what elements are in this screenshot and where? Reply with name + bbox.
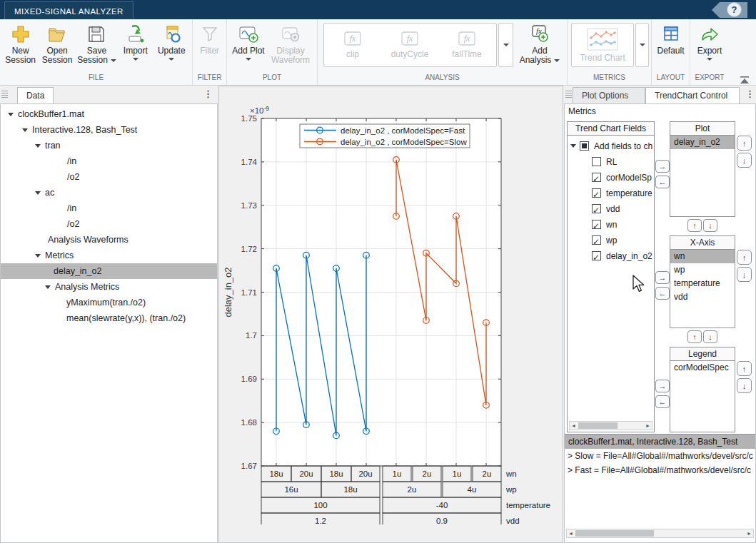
xaxis-list-item[interactable]: vdd <box>670 290 735 304</box>
plot-up-button[interactable]: ↑ <box>687 219 702 232</box>
xaxis-list-item[interactable]: wn <box>670 250 735 263</box>
scroll-right-icon[interactable]: ► <box>745 529 753 537</box>
add-plot-button[interactable]: Add Plot <box>229 23 268 61</box>
legend-move-up-button[interactable]: ↑ <box>737 361 752 376</box>
checkbox-checked[interactable] <box>592 204 601 213</box>
fields-root-row[interactable]: Add fields to ch <box>570 138 654 154</box>
plot-down-button[interactable]: ↓ <box>703 219 717 232</box>
update-icon <box>160 23 183 46</box>
add-analysis-button[interactable]: fx Add Analysis <box>519 23 560 65</box>
legend-list-item[interactable]: corModelSpec <box>670 361 735 375</box>
tree-item-ac-in[interactable]: /in <box>1 201 217 216</box>
xaxis-list-item[interactable]: wp <box>670 263 735 277</box>
field-row-wp[interactable]: wp <box>570 233 654 248</box>
tree-item-analysis-waveforms[interactable]: Analysis Waveforms <box>1 232 217 248</box>
checkbox-checked[interactable] <box>592 173 601 182</box>
default-layout-button[interactable]: Default <box>654 23 687 56</box>
toolstrip-tab-mixed-signal-analyzer[interactable]: MIXED-SIGNAL ANALYZER <box>4 1 133 20</box>
scroll-left-icon[interactable]: ◄ <box>567 529 575 537</box>
tab-plot-options[interactable]: Plot Options <box>573 87 645 103</box>
checkbox-unchecked[interactable] <box>592 157 601 166</box>
import-dropdown[interactable] <box>133 58 138 61</box>
open-session-button[interactable]: Open Session <box>39 23 75 65</box>
move-right-button[interactable]: → <box>655 271 670 284</box>
legend-move-down-button[interactable]: ↓ <box>737 378 752 393</box>
expand-caret-icon[interactable] <box>45 285 51 289</box>
checkbox-checked[interactable] <box>592 235 601 245</box>
tree-item-tran-o2[interactable]: /o2 <box>1 169 217 185</box>
tree-item-delay-in-o2[interactable]: delay_in_o2 <box>1 263 217 279</box>
checkbox-checked[interactable] <box>592 188 601 198</box>
tree-item-ac[interactable]: ac <box>1 185 217 201</box>
expand-caret-icon[interactable] <box>35 254 41 258</box>
field-row-temperature[interactable]: temperature <box>570 186 654 201</box>
update-button[interactable]: Update <box>153 23 190 61</box>
help-button[interactable]: ? <box>727 2 742 17</box>
fields-horizontal-scrollbar[interactable]: ◄ ► <box>569 421 652 430</box>
xaxis-down-button[interactable]: ↓ <box>703 330 717 343</box>
scroll-left-icon[interactable]: ◄ <box>570 422 578 430</box>
checkbox-partial[interactable] <box>580 141 589 151</box>
field-row-cormodelspec[interactable]: corModelSp <box>570 170 654 186</box>
tree-item-tran[interactable]: tran <box>1 138 217 153</box>
scrollbar-thumb[interactable] <box>578 422 618 429</box>
save-session-dropdown[interactable] <box>111 59 116 62</box>
scroll-right-icon[interactable]: ► <box>644 422 652 430</box>
trend-chart[interactable]: 1.671.681.691.71.711.721.731.741.75×10-9… <box>219 86 563 524</box>
expand-caret-icon[interactable] <box>35 191 41 195</box>
export-dropdown[interactable] <box>707 58 712 61</box>
expand-caret-icon[interactable] <box>35 144 41 148</box>
xaxis-list-item[interactable]: temperature <box>670 277 735 290</box>
tree-item-clockbuffer[interactable]: clockBuffer1.mat <box>1 106 217 122</box>
trend-chart-fields-list: Add fields to ch RL corModelSp temperatu… <box>567 136 655 432</box>
info-horizontal-scrollbar[interactable]: ◄ ► <box>566 529 754 538</box>
tab-data[interactable]: Data <box>17 87 54 103</box>
analysis-clip-button: fx clip <box>324 24 381 66</box>
panel-drag-handle[interactable] <box>1 91 8 98</box>
expand-caret-icon[interactable] <box>570 144 576 148</box>
xaxis-move-down-button[interactable]: ↓ <box>737 267 752 282</box>
data-panel-menu-icon[interactable]: ⋮ <box>203 88 212 99</box>
tree-item-ac-o2[interactable]: /o2 <box>1 216 217 232</box>
scrollbar-thumb[interactable] <box>575 530 654 537</box>
field-row-rl[interactable]: RL <box>570 154 654 170</box>
collapse-ribbon-button[interactable] <box>739 74 750 83</box>
field-row-delay-in-o2[interactable]: delay_in_o2 <box>570 248 654 264</box>
add-plot-dropdown[interactable] <box>246 58 251 61</box>
field-row-vdd[interactable]: vdd <box>570 201 654 217</box>
tree-item-metrics[interactable]: Metrics <box>1 248 217 263</box>
move-left-button[interactable]: ← <box>655 287 670 300</box>
xaxis-move-up-button[interactable]: ↑ <box>737 250 752 265</box>
control-panel-menu-icon[interactable]: ⋮ <box>745 88 754 99</box>
tree-item-mean-slewrate[interactable]: mean(slewrate(y,x)), (tran./o2) <box>1 310 217 326</box>
xaxis-box-list: wn wp temperature vdd <box>670 250 735 328</box>
plot-move-up-button[interactable]: ↑ <box>737 136 752 151</box>
tree-item-tran-in[interactable]: /in <box>1 153 217 169</box>
analysis-gallery-dropdown[interactable] <box>498 23 513 67</box>
checkbox-checked[interactable] <box>592 220 601 229</box>
plot-list-item[interactable]: delay_in_o2 <box>670 136 735 149</box>
xaxis-up-button[interactable]: ↑ <box>687 330 702 343</box>
move-left-button[interactable]: ← <box>655 176 670 188</box>
ribbon-group-metrics: Trend Chart METRICS <box>568 19 652 85</box>
move-right-button[interactable]: → <box>655 160 670 173</box>
new-session-button[interactable]: New Session <box>2 23 39 65</box>
move-left-button[interactable]: ← <box>655 395 670 408</box>
tree-item-interactive[interactable]: Interactive.128, Bash_Test <box>1 122 217 138</box>
export-button[interactable]: Export <box>692 23 727 61</box>
move-right-button[interactable]: → <box>655 380 670 392</box>
import-button[interactable]: Import <box>118 23 153 61</box>
plot-move-down-button[interactable]: ↓ <box>737 153 752 168</box>
expand-caret-icon[interactable] <box>8 113 14 116</box>
expand-caret-icon[interactable] <box>22 128 28 132</box>
field-row-wn[interactable]: wn <box>570 217 654 233</box>
tree-item-analysis-metrics[interactable]: Analysis Metrics <box>1 279 217 295</box>
metrics-gallery-dropdown[interactable] <box>635 23 649 67</box>
checkbox-checked[interactable] <box>592 251 601 260</box>
panel-drag-handle[interactable] <box>565 91 572 98</box>
update-dropdown[interactable] <box>168 58 174 61</box>
add-analysis-dropdown[interactable] <box>554 59 560 62</box>
tree-item-ymaximum[interactable]: yMaximum(tran./o2) <box>1 295 217 310</box>
save-session-button[interactable]: Save Session <box>76 23 118 65</box>
tab-trendchart-control[interactable]: TrendChart Control <box>645 87 740 103</box>
